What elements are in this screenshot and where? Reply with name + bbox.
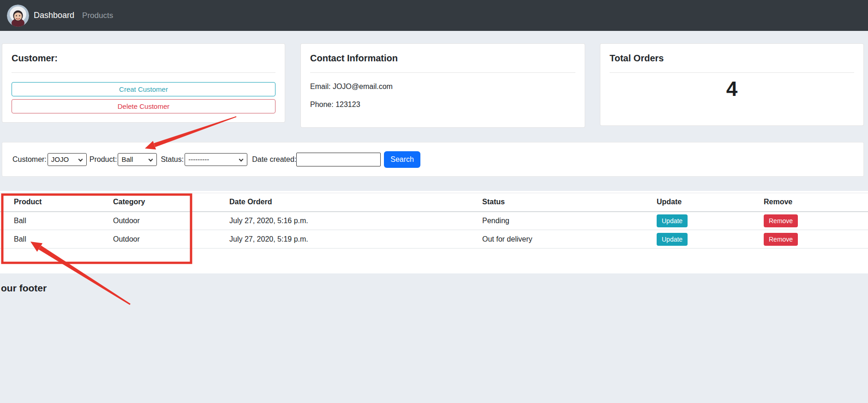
col-header-date-ordered: Date Orderd [216,193,468,212]
order-row: Ball Outdoor July 27, 2020, 5:19 p.m. Ou… [0,230,868,249]
cell-category: Outdoor [99,212,216,230]
date-created-input[interactable] [296,153,381,166]
dashboard-page: Dashboard Products Customer: Creat Custo… [0,0,868,403]
footer-text: our footer [1,283,47,294]
status-filter-label: Status: [161,155,184,164]
nav-link-dashboard[interactable]: Dashboard [34,11,74,20]
cell-date-ordered: July 27, 2020, 5:16 p.m. [216,212,468,230]
table-header-row: Product Category Date Orderd Status Upda… [0,193,868,212]
customer-select-control[interactable]: JOJO [48,154,86,166]
contact-card-title: Contact Information [310,53,575,64]
search-button[interactable]: Search [384,151,420,168]
total-orders-card: Total Orders 4 [600,43,864,126]
nav-link-products[interactable]: Products [82,11,113,20]
divider [310,72,575,73]
customer-card: Customer: Creat Customer Delete Customer [2,43,285,123]
product-filter-label: Product: [90,155,117,164]
col-header-update: Update [643,193,750,212]
update-order-button[interactable]: Update [657,214,688,227]
status-select-control[interactable]: --------- [185,154,247,166]
status-select[interactable]: --------- [185,153,247,166]
product-select[interactable]: Ball [118,153,157,166]
cell-status: Out for delivery [468,230,643,249]
contact-info-card: Contact Information Email: JOJO@email.co… [300,43,585,128]
orders-table: Product Category Date Orderd Status Upda… [0,193,868,249]
order-filter-bar: Customer: JOJO Product: Ball Status: ---… [2,142,864,177]
remove-order-button[interactable]: Remove [764,233,798,246]
cell-date-ordered: July 27, 2020, 5:19 p.m. [216,230,468,249]
update-order-button[interactable]: Update [657,233,688,246]
nav-links: Dashboard Products [34,11,121,20]
orders-table-card: Product Category Date Orderd Status Upda… [0,191,868,273]
contact-phone: Phone: 123123 [310,101,575,109]
cell-product: Ball [0,212,99,230]
delete-customer-button[interactable]: Delete Customer [12,99,275,113]
col-header-remove: Remove [750,193,868,212]
remove-order-button[interactable]: Remove [764,214,798,227]
order-row: Ball Outdoor July 27, 2020, 5:16 p.m. Pe… [0,212,868,230]
customer-card-title: Customer: [12,53,275,64]
user-avatar[interactable] [7,5,29,27]
cell-product: Ball [0,230,99,249]
cell-category: Outdoor [99,230,216,249]
date-created-label: Date created: [252,155,296,164]
contact-email: Email: JOJO@email.com [310,83,575,91]
total-orders-count: 4 [610,77,854,101]
top-navbar: Dashboard Products [0,0,868,31]
total-orders-title: Total Orders [610,53,854,64]
divider [610,72,854,73]
customer-filter-label: Customer: [12,155,47,164]
avatar-photo-icon [7,5,29,27]
col-header-product: Product [0,193,99,212]
create-customer-button[interactable]: Creat Customer [12,82,275,96]
product-select-control[interactable]: Ball [118,154,156,166]
customer-select[interactable]: JOJO [48,153,87,166]
cell-status: Pending [468,212,643,230]
divider [12,72,275,73]
col-header-status: Status [468,193,643,212]
col-header-category: Category [99,193,216,212]
